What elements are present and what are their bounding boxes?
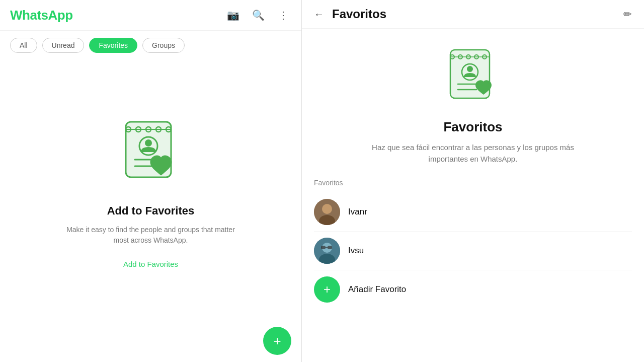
add-favorito-plus: + bbox=[324, 282, 331, 297]
more-icon[interactable]: ⋮ bbox=[275, 7, 291, 23]
favoritos-title: Favoritos bbox=[314, 119, 632, 135]
right-panel-title: Favoritos bbox=[332, 7, 386, 21]
search-icon[interactable]: 🔍 bbox=[250, 7, 266, 23]
add-favorito-label: Añadir Favorito bbox=[348, 284, 406, 295]
svg-rect-28 bbox=[321, 246, 326, 249]
right-header-left: ← Favoritos bbox=[314, 7, 386, 21]
svg-point-23 bbox=[322, 204, 332, 214]
contact-list: Ivanr Ivsu bbox=[314, 193, 632, 309]
contact-item-ivanr[interactable]: Ivanr bbox=[314, 193, 632, 232]
left-illustration bbox=[111, 112, 191, 192]
tab-unread[interactable]: Unread bbox=[42, 38, 85, 53]
add-favorites-title: Add to Favorites bbox=[107, 204, 195, 218]
right-content: Favoritos Haz que sea fácil encontrar a … bbox=[302, 29, 644, 362]
right-panel: ← Favoritos ✏ bbox=[302, 0, 644, 362]
contact-name-ivanr: Ivanr bbox=[348, 207, 367, 217]
left-panel: WhatsApp 📷 🔍 ⋮ All Unread Favorites Grou… bbox=[0, 0, 302, 362]
right-illustration bbox=[440, 44, 506, 109]
favoritos-desc: Haz que sea fácil encontrar a las person… bbox=[367, 142, 579, 165]
section-label: Favoritos bbox=[314, 179, 632, 187]
camera-icon[interactable]: 📷 bbox=[225, 7, 241, 23]
edit-icon[interactable]: ✏ bbox=[623, 8, 632, 20]
contact-item-ivsu[interactable]: Ivsu bbox=[314, 232, 632, 270]
left-bottom: + bbox=[0, 320, 301, 362]
filter-tabs: All Unread Favorites Groups bbox=[0, 31, 301, 60]
tab-groups[interactable]: Groups bbox=[142, 38, 185, 53]
avatar-ivanr bbox=[314, 199, 340, 225]
add-favorites-button[interactable]: Add to Favorites bbox=[123, 260, 178, 268]
svg-point-19 bbox=[467, 66, 473, 72]
contact-name-ivsu: Ivsu bbox=[348, 246, 364, 256]
tab-favorites[interactable]: Favorites bbox=[89, 38, 137, 53]
add-favorito-icon: + bbox=[314, 276, 340, 303]
svg-point-8 bbox=[145, 139, 152, 147]
right-header: ← Favoritos ✏ bbox=[302, 0, 644, 29]
fab-plus-icon: + bbox=[273, 333, 281, 349]
fab-button[interactable]: + bbox=[263, 327, 291, 355]
left-header: WhatsApp 📷 🔍 ⋮ bbox=[0, 0, 301, 31]
right-illustration-wrap bbox=[314, 44, 632, 109]
header-icons: 📷 🔍 ⋮ bbox=[225, 7, 291, 23]
add-favorites-desc: Make it easy to find the people and grou… bbox=[65, 225, 236, 246]
left-empty-state: Add to Favorites Make it easy to find th… bbox=[0, 60, 301, 320]
app-title: WhatsApp bbox=[10, 8, 73, 23]
svg-rect-29 bbox=[328, 246, 332, 249]
back-icon[interactable]: ← bbox=[314, 9, 324, 20]
tab-all[interactable]: All bbox=[10, 38, 37, 53]
add-favorito-row[interactable]: + Añadir Favorito bbox=[314, 270, 632, 309]
avatar-ivsu bbox=[314, 238, 340, 264]
